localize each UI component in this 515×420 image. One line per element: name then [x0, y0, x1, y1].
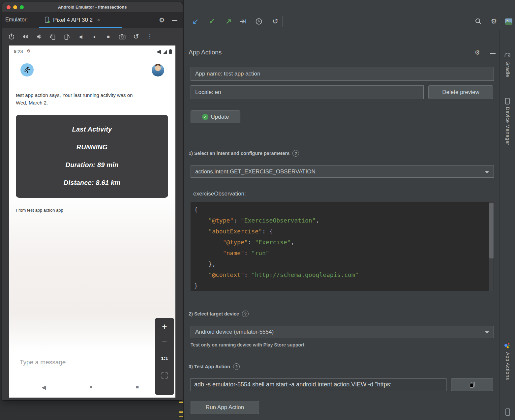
device-manager-icon[interactable]	[504, 98, 511, 105]
step1-label: 1) Select an intent and configure parame…	[189, 151, 289, 156]
battery-icon	[169, 49, 172, 54]
zoom-out-button[interactable]: −	[155, 337, 174, 347]
status-settings-icon: ⚙	[27, 48, 31, 53]
status-icons	[156, 49, 172, 54]
tab-close-icon[interactable]: ×	[97, 17, 100, 23]
tab-active-underline	[39, 27, 122, 28]
chevron-down-icon	[485, 331, 489, 334]
step1-help-icon[interactable]: ?	[292, 150, 299, 157]
panel-settings-icon[interactable]: ⚙	[474, 49, 480, 56]
runner-icon	[23, 66, 31, 74]
intent-value: actions.intent.GET_EXERCISE_OBSERVATION	[195, 168, 316, 175]
update-label: Update	[211, 114, 229, 120]
back-icon[interactable]: ◀	[76, 33, 85, 41]
emulator-minimize-icon[interactable]	[172, 20, 177, 21]
skip-to-end-icon[interactable]	[238, 16, 248, 26]
adb-command-field[interactable]: adb -s emulator-5554 shell am start -a a…	[191, 378, 446, 391]
json-editor[interactable]: { "@type": "ExerciseObservation", "about…	[191, 202, 494, 291]
step2-section: 2) Select target device ?	[189, 311, 249, 317]
gradle-label[interactable]: Gradle	[505, 61, 511, 77]
from-label: From test app action app	[16, 208, 63, 213]
rotate-left-icon[interactable]	[49, 33, 57, 41]
panel-minimize-icon[interactable]	[490, 53, 496, 54]
home-icon[interactable]: ●	[90, 33, 99, 41]
zoom-window-button[interactable]	[20, 5, 24, 9]
editor-stripe-mark	[179, 402, 183, 403]
screenshot-root: Android Emulator - fitnessactions Emulat…	[0, 0, 515, 420]
step2-help-icon[interactable]: ?	[242, 311, 249, 317]
window-title: Android Emulator - fitnessactions	[2, 2, 183, 13]
wifi-icon	[156, 50, 161, 54]
copy-command-button[interactable]	[451, 378, 493, 391]
update-button[interactable]: ✓ Update	[191, 110, 240, 123]
device-manager-label[interactable]: Device Manager	[505, 107, 511, 145]
nav-overview-button[interactable]: ■	[136, 384, 139, 390]
param-label: exerciseObservation:	[193, 191, 246, 197]
volume-up-icon[interactable]	[21, 33, 29, 41]
assistant-icon[interactable]	[504, 342, 510, 349]
panel-separator	[184, 46, 499, 46]
emulator-tab-bar: Emulator: Pixel 4 API 30 2 × ⚙	[2, 13, 183, 28]
snapshot-icon[interactable]: ↺	[132, 33, 140, 41]
step3-help-icon[interactable]: ?	[233, 363, 240, 370]
arrow-down-left-icon[interactable]: ↙	[191, 16, 200, 26]
activity-duration: Duration: 89 min	[16, 156, 168, 174]
bottom-device-icon[interactable]	[504, 408, 511, 416]
screenshot-image-icon[interactable]	[504, 16, 514, 26]
tab-label: Pixel 4 API 30 2	[53, 17, 93, 23]
arrow-up-right-icon[interactable]: ↗	[224, 16, 233, 26]
settings-gear-icon[interactable]: ⚙	[489, 16, 499, 26]
app-name-field[interactable]: App name: test app action	[191, 67, 494, 81]
signal-icon	[163, 50, 167, 54]
zoom-in-button[interactable]: +	[155, 322, 174, 332]
activity-type: RUNNING	[16, 138, 168, 156]
delete-preview-button[interactable]: Delete preview	[428, 85, 493, 99]
power-icon[interactable]	[7, 33, 15, 41]
gradle-icon[interactable]	[504, 51, 512, 59]
editor-scrollbar-thumb[interactable]	[489, 203, 494, 258]
studio-window: ↙ ✓ ↗ ↺ ⚙ App Actions ⚙ App name: test a…	[183, 0, 515, 420]
update-check-icon: ✓	[202, 114, 208, 120]
zoom-ratio-button[interactable]: 1:1	[155, 355, 174, 361]
nav-home-button[interactable]: ●	[89, 384, 93, 390]
editor-stripe-mark	[179, 416, 183, 417]
overview-icon[interactable]: ■	[104, 33, 112, 41]
locale-field[interactable]: Locale: en	[191, 85, 424, 99]
rotate-right-icon[interactable]	[63, 33, 71, 41]
search-icon[interactable]	[473, 16, 483, 26]
nav-back-button[interactable]: ◀	[42, 384, 46, 391]
activity-distance: Distance: 8.61 km	[16, 174, 168, 192]
emulator-settings-icon[interactable]: ⚙	[159, 16, 165, 24]
app-actions-label[interactable]: App Actions	[505, 352, 511, 380]
json-editor-content: { "@type": "ExerciseObservation", "about…	[194, 204, 494, 291]
device-dropdown[interactable]: Android device (emulator-5554)	[191, 326, 494, 338]
chevron-down-icon	[485, 171, 489, 173]
app-avatar	[20, 63, 34, 76]
close-window-button[interactable]	[7, 5, 11, 9]
camera-icon[interactable]	[118, 33, 126, 41]
device-note: Test only on running device with Play St…	[191, 342, 304, 347]
device-tab[interactable]: Pixel 4 API 30 2 ×	[39, 13, 122, 27]
minimize-window-button[interactable]	[13, 5, 17, 9]
phone-tab-icon	[44, 16, 50, 23]
zoom-fit-button[interactable]	[155, 372, 174, 379]
zoom-panel: + − 1:1	[155, 318, 174, 395]
phone-screen: 9:23 ⚙ test app act	[9, 45, 175, 398]
device-value: Android device (emulator-5554)	[195, 329, 274, 335]
emulator-controls-bar: ◀ ● ■ ↺ ⋮	[2, 28, 183, 45]
message-input[interactable]: Type a message	[20, 359, 66, 366]
step1-section: 1) Select an intent and configure parame…	[189, 150, 299, 157]
volume-down-icon[interactable]	[35, 33, 43, 41]
window-traffic-lights	[7, 5, 24, 9]
more-options-icon[interactable]: ⋮	[146, 33, 154, 41]
intent-dropdown[interactable]: actions.intent.GET_EXERCISE_OBSERVATION	[191, 165, 494, 178]
emulator-label: Emulator:	[5, 17, 28, 23]
step3-section: 3) Test App Action ?	[189, 363, 240, 370]
check-icon[interactable]: ✓	[207, 16, 217, 26]
toolbar-separator	[282, 16, 283, 27]
emulator-window: Android Emulator - fitnessactions Emulat…	[2, 2, 183, 400]
run-app-action-button[interactable]: Run App Action	[191, 401, 259, 414]
history-clock-icon[interactable]	[254, 16, 264, 26]
undo-icon[interactable]: ↺	[270, 16, 280, 26]
assistant-message: test app action says, Your last running …	[16, 92, 140, 106]
